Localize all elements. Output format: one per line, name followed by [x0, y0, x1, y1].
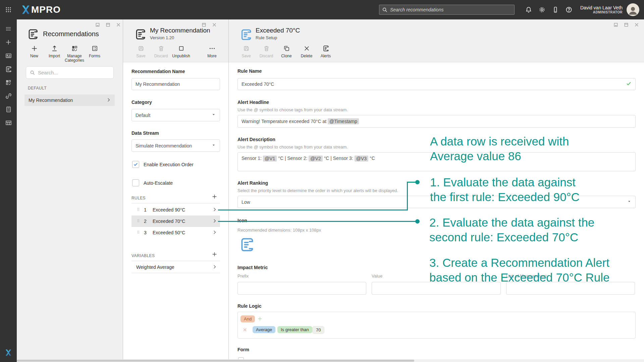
rule-scroll-icon [239, 28, 253, 43]
forms-button[interactable]: Forms [84, 45, 105, 58]
alert-ranking-label: Alert Ranking [237, 180, 268, 186]
logic-group-chip[interactable]: And [240, 315, 255, 322]
global-search-input[interactable] [379, 5, 515, 15]
my-recommendation-panel: My Recommendation Version 1.20 Save Disc… [123, 19, 229, 359]
import-icon [51, 45, 58, 52]
more-dots-icon [209, 45, 216, 52]
integrations-link-icon[interactable] [0, 89, 17, 103]
recommendations-scroll-icon [27, 28, 39, 42]
calculations-icon[interactable] [0, 103, 17, 116]
xmpro-logo-text: MPRO [31, 4, 61, 15]
manage-categories-button[interactable]: Manage Categories [64, 45, 85, 63]
logic-value-chip[interactable]: 70 [312, 326, 324, 334]
add-variable-icon[interactable] [212, 251, 217, 258]
panel1-title: Recommendations [43, 30, 99, 38]
recommendations-icon[interactable] [0, 62, 17, 76]
add-condition-icon[interactable] [257, 316, 263, 323]
alert-description-field[interactable]: Sensor 1: @V1°C | Sensor 2: @V2 °C | Sen… [237, 152, 636, 171]
logic-field-chip[interactable]: Average [253, 326, 275, 333]
rule-icon-preview[interactable] [239, 237, 255, 254]
rule-number: 2 [144, 219, 153, 224]
import-button[interactable]: Import [44, 45, 65, 58]
drag-handle-icon[interactable] [136, 207, 141, 213]
apps-grid-icon[interactable] [0, 0, 17, 19]
dock-panel-icon[interactable] [613, 22, 619, 27]
horizontal-scrollbar[interactable] [17, 359, 644, 362]
help-icon[interactable] [562, 3, 576, 16]
alert-headline-field[interactable]: Warning! Temperature exceeded 70°C at @T… [237, 115, 636, 128]
user-name: David van Laar Veth [580, 5, 623, 10]
unit-of-measurement-field[interactable] [506, 282, 635, 295]
unpublish-button[interactable]: Unpublish [170, 45, 192, 58]
variable-row[interactable]: Weighted Average [131, 261, 220, 273]
alert-ranking-select[interactable]: Low [237, 196, 636, 208]
category-select[interactable]: Default [131, 109, 220, 121]
prefix-field[interactable] [237, 282, 366, 295]
recommendations-panel: Recommendations New Import Manage Catego… [17, 19, 123, 359]
data-stream-select[interactable]: Simulate Recommendation [131, 139, 220, 152]
delete-button[interactable]: Delete [296, 45, 317, 58]
menu-icon[interactable] [0, 22, 17, 36]
chevron-right-icon [106, 97, 111, 104]
rule-row-1[interactable]: 1 Exceeded 90°C [131, 204, 220, 216]
prefix-label: Prefix [237, 274, 249, 279]
remove-condition-icon[interactable] [243, 327, 247, 334]
left-sidebar [0, 19, 17, 362]
app-categories-icon[interactable] [0, 76, 17, 89]
notifications-bell-icon[interactable] [522, 3, 535, 16]
save-button[interactable]: Save [130, 45, 152, 58]
v2-tag-chip[interactable]: @V2 [309, 156, 322, 162]
value-field[interactable] [372, 282, 501, 295]
mobile-device-icon[interactable] [549, 3, 562, 16]
variables-section-label: VARIABLES [131, 253, 155, 258]
settings-gear-icon[interactable] [535, 3, 549, 16]
save-button[interactable]: Save [235, 45, 257, 58]
expand-panel-icon[interactable] [105, 22, 111, 27]
alert-description-hint: Use the @ symbol to choose tags from you… [237, 144, 348, 149]
clone-button[interactable]: Clone [276, 45, 297, 58]
logic-operator-chip[interactable]: Is greater than [277, 326, 312, 333]
close-icon[interactable] [116, 22, 121, 27]
drag-handle-icon[interactable] [136, 219, 141, 224]
discard-button[interactable]: Discard [256, 45, 277, 58]
new-button[interactable]: New [23, 45, 45, 58]
data-tables-icon[interactable] [0, 116, 17, 129]
add-rule-icon[interactable] [212, 194, 217, 201]
save-icon [138, 45, 145, 52]
discard-button[interactable]: Discard [150, 45, 172, 58]
top-bar: MPRO David van Laar Veth ADMINISTRATOR [0, 0, 644, 19]
recommendation-name-field[interactable]: My Recommendation [131, 78, 220, 90]
avatar[interactable] [627, 3, 639, 16]
expand-panel-icon[interactable] [624, 22, 629, 27]
recommendation-name-label: Recommendation Name [131, 69, 185, 74]
forms-icon [91, 45, 98, 52]
rule-row-2-selected[interactable]: 2 Exceeded 70°C [131, 216, 220, 227]
category-group-label: DEFAULT [28, 86, 47, 90]
recommendation-list-item[interactable]: My Recommendation [24, 95, 115, 106]
scrollbar-thumb[interactable] [17, 360, 414, 362]
alerts-button[interactable]: Alerts [315, 45, 336, 58]
recommendations-search-input[interactable] [38, 70, 110, 75]
v3-tag-chip[interactable]: @V3 [355, 156, 368, 162]
boards-icon[interactable] [0, 49, 17, 62]
caret-down-icon [627, 199, 632, 205]
enable-execution-order-checkbox[interactable]: Enable Execution Order [132, 161, 194, 168]
user-block[interactable]: David van Laar Veth ADMINISTRATOR [580, 5, 623, 14]
close-icon[interactable] [212, 22, 217, 27]
xmpro-x-logo [0, 346, 17, 359]
rule-row-3[interactable]: 3 Exceeded 50°C [131, 227, 220, 238]
divider [131, 273, 220, 273]
rule-name: Exceeded 70°C [153, 219, 185, 224]
dock-panel-icon[interactable] [95, 22, 100, 27]
auto-escalate-checkbox[interactable]: Auto-Escalate [132, 179, 173, 186]
rules-section-label: RULES [131, 196, 146, 200]
v1-tag-chip[interactable]: @V1 [263, 156, 277, 162]
timestamp-tag-chip[interactable]: @Timestamp [328, 118, 359, 124]
more-button[interactable]: More [201, 45, 223, 58]
add-new-icon[interactable] [0, 36, 17, 49]
drag-handle-icon[interactable] [136, 230, 141, 235]
close-icon[interactable] [634, 22, 639, 27]
rule-name-field[interactable]: Exceeded 70°C [237, 78, 636, 90]
checkbox-unchecked [132, 179, 139, 186]
caret-down-icon [211, 143, 216, 148]
